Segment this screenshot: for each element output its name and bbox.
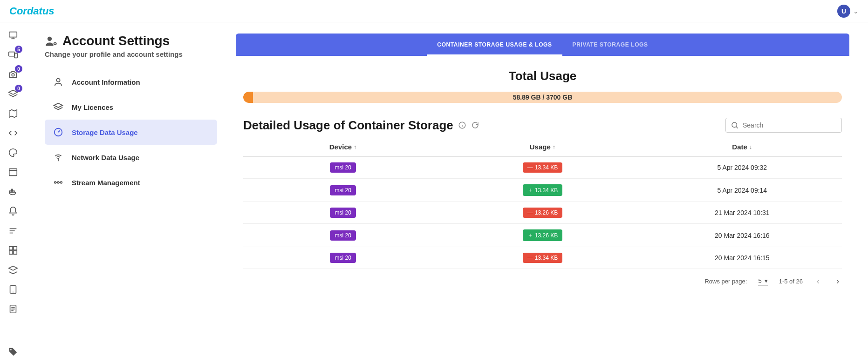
- dropdown-icon: ▾: [765, 277, 768, 284]
- pagination-range: 1-5 of 26: [779, 278, 803, 285]
- device-chip[interactable]: msi 20: [330, 230, 355, 241]
- svg-point-40: [61, 182, 62, 183]
- camera-badge: 0: [15, 65, 22, 73]
- plus-icon: ＋: [527, 186, 533, 194]
- progress-text: 58.89 GB / 3700 GB: [513, 94, 573, 101]
- total-usage-title: Total Usage: [236, 69, 849, 83]
- tabbar: CONTAINER STORAGE USAGE & LOGS PRIVATE S…: [236, 34, 849, 56]
- usage-chip: — 13.34 KB: [523, 162, 562, 173]
- info-icon[interactable]: [458, 121, 466, 129]
- page-header: Account Settings Change your profile and…: [45, 34, 217, 58]
- user-menu[interactable]: U ⌄: [837, 5, 859, 18]
- refresh-icon[interactable]: [471, 121, 479, 129]
- minus-icon: —: [527, 164, 533, 171]
- device-chip[interactable]: msi 20: [330, 208, 355, 218]
- avatar: U: [837, 5, 850, 18]
- svg-point-39: [57, 182, 59, 183]
- svg-point-28: [10, 349, 12, 350]
- page-subtitle: Change your profile and account settings: [45, 50, 217, 58]
- device-chip[interactable]: msi 20: [330, 253, 355, 263]
- svg-marker-7: [9, 110, 17, 118]
- layers-badge: 0: [15, 85, 22, 92]
- devices-badge: 5: [15, 46, 22, 53]
- nav-storage-data-usage[interactable]: Storage Data Usage: [45, 120, 217, 145]
- table-footer: Rows per page: 5 ▾ 1-5 of 26 ‹ ›: [236, 269, 849, 294]
- settings-nav: Account Information My Licences Storage …: [45, 69, 217, 195]
- table-row: msi 20 ＋ 13.34 KB 5 Apr 2024 09:14: [243, 179, 842, 202]
- rows-per-page-select[interactable]: 5 ▾: [758, 277, 767, 286]
- rows-per-page-label: Rows per page:: [704, 278, 747, 285]
- lines-icon[interactable]: [6, 223, 21, 238]
- nav-label: Stream Management: [72, 179, 140, 187]
- device-chip[interactable]: msi 20: [330, 162, 355, 173]
- date-cell: 20 Mar 2024 16:16: [642, 232, 842, 239]
- prev-page-button[interactable]: ‹: [814, 276, 822, 286]
- sort-asc-icon: ↑: [354, 143, 357, 150]
- usage-chip: — 13.26 KB: [523, 208, 562, 218]
- svg-point-31: [48, 37, 52, 41]
- minus-icon: —: [527, 255, 533, 261]
- total-usage-bar: 58.89 GB / 3700 GB: [243, 92, 842, 103]
- monitor-icon[interactable]: [6, 28, 21, 43]
- nav-my-licences[interactable]: My Licences: [45, 94, 217, 120]
- svg-rect-13: [11, 189, 13, 191]
- brand-logo[interactable]: Cordatus: [9, 5, 55, 17]
- layers-icon[interactable]: 0: [6, 87, 21, 101]
- window-icon[interactable]: [6, 165, 21, 180]
- bell-icon[interactable]: [6, 204, 21, 219]
- table-row: msi 20 — 13.34 KB 5 Apr 2024 09:32: [243, 157, 842, 179]
- tab-container-storage[interactable]: CONTAINER STORAGE USAGE & LOGS: [427, 34, 562, 56]
- date-cell: 20 Mar 2024 16:15: [642, 254, 842, 262]
- search-input[interactable]: [743, 121, 837, 129]
- stack-icon[interactable]: [6, 262, 21, 277]
- tag-icon[interactable]: [6, 344, 21, 359]
- col-device[interactable]: Device↑: [243, 143, 443, 151]
- table-row: msi 20 ＋ 13.26 KB 20 Mar 2024 16:16: [243, 224, 842, 247]
- person-icon: [53, 77, 63, 87]
- licence-icon: [53, 102, 63, 112]
- next-page-button[interactable]: ›: [834, 276, 842, 286]
- svg-rect-3: [9, 52, 15, 56]
- device-chip[interactable]: msi 20: [330, 185, 355, 195]
- date-cell: 5 Apr 2024 09:32: [642, 164, 842, 171]
- code-icon[interactable]: [6, 126, 21, 141]
- map-icon[interactable]: [6, 106, 21, 121]
- tab-private-storage[interactable]: PRIVATE STORAGE LOGS: [562, 34, 658, 56]
- nav-network-data-usage[interactable]: Network Data Usage: [45, 145, 217, 170]
- icon-sidebar: 5 0 0: [0, 22, 26, 363]
- svg-rect-20: [14, 251, 17, 254]
- svg-rect-0: [9, 32, 17, 37]
- sort-desc-icon: ↓: [749, 143, 752, 150]
- nav-stream-management[interactable]: Stream Management: [45, 170, 217, 195]
- svg-point-32: [54, 43, 56, 45]
- antenna-icon: [53, 152, 63, 162]
- svg-marker-34: [54, 103, 62, 108]
- document-icon[interactable]: [6, 302, 21, 316]
- dashboard-icon[interactable]: [6, 243, 21, 258]
- progress-fill: [243, 92, 253, 103]
- palette-icon[interactable]: [6, 145, 21, 160]
- svg-point-33: [56, 79, 60, 82]
- nav-account-information[interactable]: Account Information: [45, 69, 217, 94]
- svg-rect-19: [9, 251, 13, 254]
- search-icon: [731, 121, 739, 129]
- stream-icon: [53, 177, 63, 188]
- camera-icon[interactable]: 0: [6, 67, 21, 82]
- gauge-icon: [53, 127, 63, 137]
- plus-icon: ＋: [527, 231, 533, 239]
- svg-marker-21: [9, 266, 17, 270]
- nav-label: Account Information: [72, 78, 140, 86]
- date-cell: 21 Mar 2024 10:31: [642, 209, 842, 216]
- usage-table: Device↑ Usage↑ Date↓ msi 20 — 13.34 KB 5…: [243, 137, 842, 269]
- tablet-icon[interactable]: [6, 282, 21, 297]
- col-date[interactable]: Date↓: [642, 143, 842, 151]
- nav-label: My Licences: [72, 103, 113, 111]
- search-box[interactable]: [725, 118, 842, 133]
- chevron-down-icon: ⌄: [853, 7, 859, 15]
- col-usage[interactable]: Usage↑: [443, 143, 642, 151]
- docker-icon[interactable]: [6, 184, 21, 199]
- devices-icon[interactable]: 5: [6, 47, 21, 62]
- usage-chip: ＋ 13.26 KB: [523, 229, 562, 241]
- svg-line-47: [736, 127, 738, 128]
- sort-asc-icon: ↑: [553, 143, 556, 150]
